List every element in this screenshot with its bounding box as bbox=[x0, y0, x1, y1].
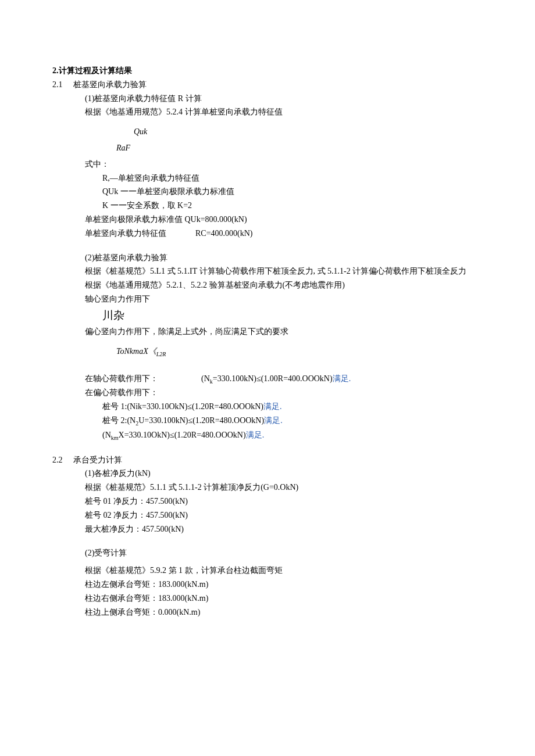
satisfy-text: 满足. bbox=[333, 374, 351, 383]
result-quk: 单桩竖向极限承载力标准值 QUk=800.000(kN) bbox=[52, 213, 483, 227]
pile-1: 桩号 1:(Nik=330.10OkN)≤(1.20R=480.OOOkN)满足… bbox=[52, 400, 483, 414]
s22-p1-head: (1)各桩净反力(kN) bbox=[52, 467, 483, 481]
pile-2: 桩号 2:(N2U=330.100kN)≤(1.20R=480.OOOkN)满足… bbox=[52, 414, 483, 428]
s22-p2-l1: 根据《桩基规范》5.9.2 第 1 款，计算承台柱边截面弯矩 bbox=[52, 564, 483, 578]
subsection-2-2: 2.2承台受力计算 bbox=[52, 453, 483, 467]
formula-chuanza: 川杂 bbox=[52, 306, 483, 325]
result-rc-value: RC=400.000(kN) bbox=[195, 227, 253, 241]
sec-num: 2.1 bbox=[52, 78, 73, 92]
formula-tonkmax-sub: L2R bbox=[156, 351, 166, 357]
p2-l3: 轴心竖向力作用下 bbox=[52, 292, 483, 306]
axial-row: 在轴心荷载作用下： (Nk=330.100kN)≤(1.00R=400.OOOk… bbox=[52, 372, 483, 386]
result-rc-row: 单桩竖向承载力特征值 RC=400.000(kN) bbox=[52, 227, 483, 241]
s22-p1-l2: 桩号 01 净反力：457.500(kN) bbox=[52, 495, 483, 508]
satisfy-text: 满足. bbox=[263, 402, 282, 411]
p2-l4: 偏心竖向力作用下，除满足上式外，尚应满足下式的要求 bbox=[52, 325, 483, 339]
s22-p1-l3: 桩号 02 净反力：457.500(kN) bbox=[52, 508, 483, 522]
axial-value: (Nk=330.100kN)≤(1.00R=400.OOOkN)满足. bbox=[201, 372, 351, 386]
sec-num: 2.2 bbox=[52, 453, 73, 467]
var-quk: QUk 一一单桩竖向极限承载力标准值 bbox=[52, 185, 483, 199]
formula-tonkmax-a: ToNkmaX《 bbox=[116, 347, 156, 356]
sec-title: 桩基竖向承载力验算 bbox=[73, 80, 147, 89]
formula-raf: RaF bbox=[52, 141, 483, 155]
var-r: R,—单桩竖向承载力特征值 bbox=[52, 171, 483, 185]
sec-title: 承台受力计算 bbox=[73, 456, 122, 464]
subsection-2-1: 2.1桩基竖向承载力验算 bbox=[52, 78, 483, 92]
s22-p2-l4: 柱边上侧承台弯矩：0.000(kN.m) bbox=[52, 605, 483, 619]
p1-basis: 根据《地基通用规范》5.2.4 计算单桩竖向承载力特征值 bbox=[52, 105, 483, 119]
s22-p2-head: (2)受弯计算 bbox=[52, 546, 483, 560]
eccentric-label: 在偏心荷载作用下： bbox=[52, 386, 483, 400]
s22-p2-l2: 柱边左侧承台弯矩：183.000(kN.m) bbox=[52, 578, 483, 592]
satisfy-text: 满足. bbox=[246, 431, 265, 439]
axial-label: 在轴心荷载作用下： bbox=[85, 372, 201, 386]
pile-nkm: (NkmX=330.10OkN)≤(1.20R=480.OOOkN)满足. bbox=[52, 428, 483, 443]
satisfy-text: 满足. bbox=[264, 416, 283, 425]
p2-l1: 根据《桩基规范》5.L1 式 5.1.IT 计算轴心荷载作用下桩顶全反力, 式 … bbox=[52, 264, 483, 278]
p1-head: (1)桩基竖向承载力特征值 R 计算 bbox=[52, 92, 483, 106]
s22-p2-l3: 柱边右侧承台弯矩：183.000(kN.m) bbox=[52, 592, 483, 605]
section-title: 2.计算过程及计算结果 bbox=[52, 64, 483, 78]
formula-tonkmax: ToNkmaX《L2R bbox=[52, 345, 483, 359]
formula-quk: Quk bbox=[52, 125, 483, 139]
result-rc-label: 单桩竖向承载力特征值 bbox=[85, 227, 195, 241]
s22-p1-l1: 根据《桩基规范》5.1.1 式 5.1.1-2 计算桩顶净反力(G=0.OkN) bbox=[52, 481, 483, 495]
p2-l2: 根据《地基通用规范》5.2.1、5.2.2 验算基桩竖向承载力(不考虑地震作用) bbox=[52, 278, 483, 292]
var-k: K 一一安全系数，取 K=2 bbox=[52, 199, 483, 213]
p2-head: (2)桩基竖向承载力验算 bbox=[52, 251, 483, 265]
s22-p1-l4: 最大桩净反力：457.500(kN) bbox=[52, 522, 483, 536]
shi-label: 式中： bbox=[52, 157, 483, 171]
